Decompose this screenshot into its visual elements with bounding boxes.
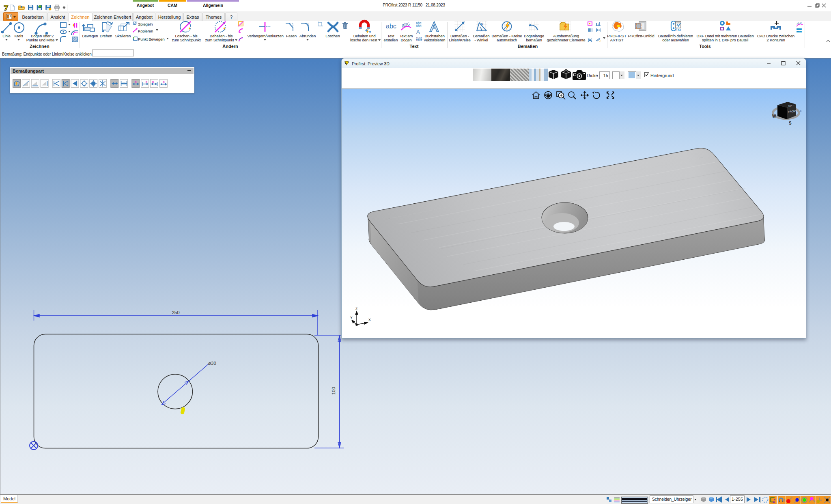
svg-text:A: A (416, 29, 420, 35)
svg-text:abc: abc (796, 21, 802, 26)
svg-text:TEXT: TEXT (416, 39, 422, 41)
svg-text:x: x (152, 80, 154, 84)
svg-text:100: 100 (331, 387, 336, 394)
svg-text:α: α (481, 21, 484, 26)
svg-text:ø30: ø30 (208, 361, 216, 366)
svg-text:abc: abc (400, 20, 411, 29)
svg-text:TXT: TXT (676, 28, 682, 31)
svg-text:x: x (135, 80, 137, 84)
svg-text:BECU: BECU (797, 31, 801, 32)
svg-text:250: 250 (172, 310, 179, 315)
svg-text:abc: abc (416, 24, 422, 28)
svg-text:abc: abc (386, 23, 396, 30)
svg-text:x: x (163, 80, 165, 84)
svg-text:BECU: BECU (797, 28, 801, 30)
svg-text:x: x (146, 80, 148, 84)
